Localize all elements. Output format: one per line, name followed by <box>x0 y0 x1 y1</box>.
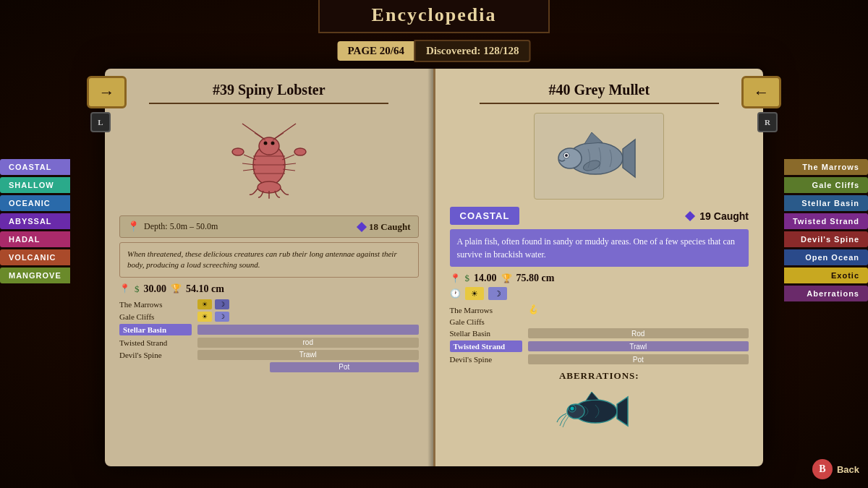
loc-name-marrows-right: The Marrows <box>450 306 522 314</box>
right-description: A plain fish, often found in sandy or mu… <box>450 229 749 267</box>
prev-page-button[interactable]: → <box>87 76 127 108</box>
sun-icon-gale: ☀ <box>197 312 212 322</box>
sidebar-item-abyssal[interactable]: ABYSSAL <box>0 213 70 229</box>
depth-info: 📍 Depth: 5.0m – 50.0m 18 Caught <box>119 215 419 238</box>
pin-icon: 📍 <box>127 221 140 233</box>
loc-row-marrows-right: The Marrows 🪝 <box>450 304 749 315</box>
left-catch-count: 18 Caught <box>369 221 410 233</box>
right-size-value: 75.80 cm <box>516 273 555 284</box>
clock-icon: 🕐 <box>450 288 461 299</box>
sidebar-item-ocean[interactable]: Open Ocean <box>784 249 868 265</box>
back-button-area[interactable]: B Back <box>812 459 859 479</box>
right-locations: The Marrows 🪝 Gale Cliffs Stellar Basin … <box>450 304 749 364</box>
depth-text: Depth: 5.0m – 50.0m <box>144 221 218 232</box>
right-entry-title: #40 Grey Mullet <box>450 82 749 98</box>
loc-row-twisted-right: Twisted Strand Trawl <box>450 341 749 352</box>
svg-line-9 <box>273 133 284 140</box>
sidebar-item-gale[interactable]: Gale Cliffs <box>784 177 868 193</box>
left-price-dollar: $ <box>135 283 140 295</box>
right-diamond-icon <box>685 210 695 221</box>
svg-point-1 <box>259 137 279 155</box>
left-page: #39 Spiny Lobster <box>105 69 435 466</box>
sidebar-item-coastal[interactable]: COASTAL <box>0 159 70 175</box>
loc-row-gale-right: Gale Cliffs <box>450 317 749 326</box>
sidebar-item-volcanic[interactable]: VOLCANIC <box>0 249 70 265</box>
twisted-bar-left: rod <box>197 338 419 348</box>
left-title-divider <box>149 103 388 104</box>
ctrl-r-button[interactable]: R <box>757 112 778 132</box>
right-zone-badge: COASTAL <box>450 207 520 225</box>
twisted-bar-right: Trawl <box>528 341 749 351</box>
loc-row-gale-left: Gale Cliffs ☀ ☽ <box>119 312 419 322</box>
back-circle-icon: B <box>812 459 833 479</box>
left-price-value: 30.00 <box>144 283 167 295</box>
svg-line-7 <box>274 124 296 139</box>
devils-bar-right: Pot <box>528 354 749 364</box>
stellar-bar-left <box>197 325 419 335</box>
sidebar-item-oceanic[interactable]: OCEANIC <box>0 195 70 211</box>
aberration-fish-svg <box>556 386 642 429</box>
sidebar-left: COASTAL SHALLOW OCEANIC ABYSSAL HADAL VO… <box>0 159 70 283</box>
right-title-divider <box>480 103 719 104</box>
svg-point-19 <box>271 142 274 145</box>
back-label: Back <box>837 464 859 475</box>
svg-marker-28 <box>617 397 628 426</box>
moon-icon-gale: ☽ <box>215 312 229 322</box>
left-size-value: 54.10 cm <box>186 283 224 295</box>
loc-name-gale-right: Gale Cliffs <box>450 317 522 326</box>
sidebar-item-hadal[interactable]: HADAL <box>0 231 70 247</box>
page-bar: PAGE 20/64 Discovered: 128/128 <box>338 40 531 62</box>
sidebar-item-shallow[interactable]: SHALLOW <box>0 177 70 193</box>
method-row-gale: ☀ ☽ <box>197 312 229 322</box>
devils-bar-text-left: Trawl <box>299 351 317 359</box>
moon-icon-marrows: ☽ <box>215 299 229 309</box>
next-page-button[interactable]: ← <box>741 76 781 108</box>
devils-bar-text-right: Pot <box>633 356 644 364</box>
right-price-dollar: $ <box>465 273 470 284</box>
svg-point-16 <box>232 148 244 155</box>
loc-row-devils-left: Devil's Spine Trawl <box>119 350 419 360</box>
sidebar-right: The Marrows Gale Cliffs Stellar Basin Tw… <box>784 159 868 301</box>
fish-svg <box>552 124 646 189</box>
page-number: PAGE 20/64 <box>338 41 414 61</box>
book: #39 Spiny Lobster <box>105 69 763 466</box>
sidebar-item-devils[interactable]: Devil's Spine <box>784 231 868 247</box>
sidebar-item-exotic[interactable]: Exotic <box>784 267 868 283</box>
sun-icon-marrows: ☀ <box>197 299 212 309</box>
header-panel: Encyclopedia <box>318 0 550 33</box>
svg-point-26 <box>565 154 568 157</box>
loc-name-stellar-right: Stellar Basin <box>450 329 522 338</box>
sidebar-item-marrows[interactable]: The Marrows <box>784 159 868 175</box>
lobster-svg <box>222 120 316 200</box>
sidebar-item-mangrove[interactable]: MANGROVE <box>0 267 70 283</box>
diamond-icon <box>357 221 367 231</box>
loc-row-twisted-left: Twisted Strand rod <box>119 338 419 348</box>
right-size-icon: 🏆 <box>501 273 512 284</box>
svg-point-24 <box>558 148 582 168</box>
loc-name-stellar-left: Stellar Basin <box>119 324 192 335</box>
ctrl-l-button[interactable]: L <box>90 112 111 132</box>
left-size-icon: 🏆 <box>171 283 182 294</box>
hook-icon-right: 🪝 <box>528 304 539 315</box>
right-creature-image <box>534 113 664 200</box>
encyclopedia-title: Encyclopedia <box>372 4 497 25</box>
right-time-row: 🕐 ☀ ☽ <box>450 287 749 300</box>
sidebar-item-aberrations[interactable]: Aberrations <box>784 286 868 301</box>
loc-name-twisted-right: Twisted Strand <box>450 341 522 352</box>
left-entry-title: #39 Spiny Lobster <box>119 82 419 98</box>
aberrations-title: ABERRATIONS: <box>450 370 749 382</box>
left-description: When threatened, these delicious creatur… <box>119 242 419 278</box>
twisted-bar-text-right: Trawl <box>629 343 647 351</box>
moon-icon-right: ☽ <box>488 287 507 300</box>
discovered-count: Discovered: 128/128 <box>414 40 530 62</box>
extra-bar-left: Pot <box>270 362 419 372</box>
right-price-value: 14.00 <box>474 273 497 284</box>
sidebar-item-twisted[interactable]: Twisted Strand <box>784 213 868 229</box>
sidebar-item-stellar[interactable]: Stellar Basin <box>784 195 868 211</box>
loc-row-marrows-left: The Marrows ☀ ☽ <box>119 299 419 309</box>
loc-name-twisted-left: Twisted Strand <box>119 338 192 347</box>
twisted-bar-text-left: rod <box>303 338 313 346</box>
loc-name-marrows-left: The Marrows <box>119 300 192 309</box>
svg-line-6 <box>242 124 264 139</box>
svg-point-17 <box>294 148 306 155</box>
